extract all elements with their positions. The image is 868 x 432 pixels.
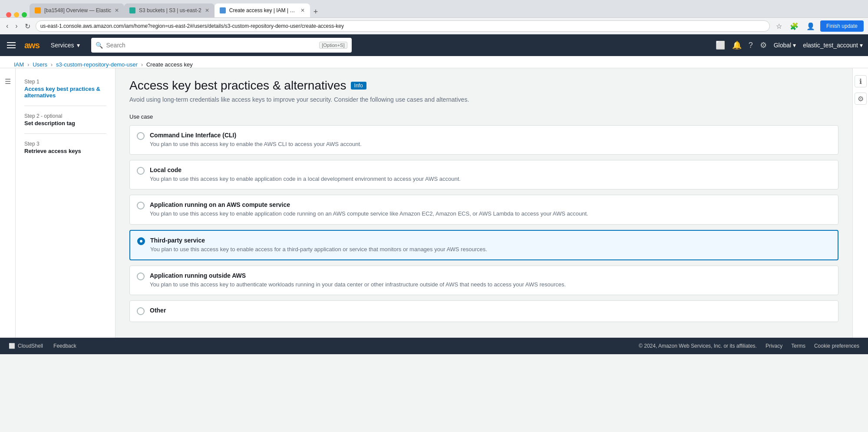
sidebar-step-1-label: Step 1 [24, 79, 106, 85]
tab-close-3[interactable]: ✕ [300, 7, 305, 13]
info-panel-icon[interactable]: ℹ [855, 75, 867, 87]
use-case-desc-outside: You plan to use this access key to authe… [150, 281, 566, 289]
finish-update-button[interactable]: Finish update [820, 20, 864, 32]
tab-label-2: S3 buckets | S3 | us-east-2 [139, 7, 201, 13]
tab-label-1: [ba1548] Overview — Elastic [44, 7, 111, 13]
use-case-desc-local: You plan to use this access key to enabl… [150, 175, 461, 183]
region-dropdown[interactable]: Global ▾ [774, 42, 796, 49]
sidebar-divider-1 [24, 106, 106, 106]
maximize-button[interactable] [22, 12, 27, 17]
breadcrumb-sep-1: › [27, 62, 29, 68]
radio-inner-third-party [140, 240, 142, 243]
use-case-title-local: Local code [150, 166, 461, 173]
services-menu[interactable]: Services ▾ [46, 40, 84, 50]
cloudshell-label: CloudShell [18, 343, 43, 349]
reload-button[interactable]: ↻ [23, 21, 32, 31]
cookie-preferences-link[interactable]: Cookie preferences [814, 343, 859, 349]
forward-button[interactable]: › [13, 21, 19, 31]
use-case-radio-third-party[interactable] [137, 237, 145, 245]
use-case-card-other[interactable]: Other [129, 300, 838, 322]
footer: ⬜ CloudShell Feedback © 2024, Amazon Web… [0, 338, 868, 354]
search-input[interactable] [106, 42, 316, 49]
help-icon[interactable]: ? [749, 41, 753, 50]
page-title: Access key best practices & alternatives… [129, 79, 838, 93]
footer-left: ⬜ CloudShell Feedback [9, 343, 76, 349]
hamburger-menu-icon[interactable] [5, 40, 17, 50]
use-case-radio-outside[interactable] [137, 272, 145, 280]
new-tab-button[interactable]: + [310, 6, 322, 17]
account-avatar[interactable]: 👤 [804, 21, 818, 31]
tab-close-1[interactable]: ✕ [115, 7, 119, 13]
use-case-title-other: Other [150, 307, 166, 314]
breadcrumb-iam[interactable]: IAM [14, 61, 24, 68]
cloudshell-button[interactable]: ⬜ CloudShell [9, 343, 43, 349]
sidebar-step-1: Step 1 Access key best practices & alter… [16, 75, 115, 102]
content-area: Access key best practices & alternatives… [116, 68, 852, 338]
use-case-card-compute[interactable]: Application running on an AWS compute se… [129, 195, 838, 224]
use-case-radio-cli[interactable] [137, 132, 145, 140]
sidebar-step-2-title[interactable]: Set description tag [24, 120, 106, 126]
settings-icon[interactable]: ⚙ [760, 40, 767, 50]
use-case-radio-local[interactable] [137, 167, 145, 175]
browser-tabs-bar: [ba1548] Overview — Elastic ✕ S3 buckets… [0, 0, 868, 17]
left-panel: ☰ [0, 68, 16, 338]
browser-tab-1[interactable]: [ba1548] Overview — Elastic ✕ [30, 3, 124, 17]
sidebar-step-2-label: Step 2 - optional [24, 113, 106, 119]
breadcrumb-users[interactable]: Users [33, 61, 47, 68]
tab-favicon-3 [220, 7, 226, 13]
use-case-card-cli-inner: Command Line Interface (CLI) You plan to… [130, 126, 838, 154]
use-case-desc-cli: You plan to use this access key to enabl… [150, 140, 362, 148]
use-case-title-cli: Command Line Interface (CLI) [150, 132, 362, 139]
use-case-card-outside[interactable]: Application running outside AWS You plan… [129, 266, 838, 295]
account-dropdown[interactable]: elastic_test_account ▾ [803, 42, 863, 49]
region-label: Global [774, 42, 791, 49]
close-button[interactable] [6, 12, 11, 17]
breadcrumb-sep-2: › [51, 62, 53, 68]
sidebar-step-3-label: Step 3 [24, 141, 106, 147]
browser-tab-3[interactable]: Create access key | IAM | Gl... ✕ [215, 3, 310, 17]
use-case-radio-compute[interactable] [137, 202, 145, 209]
left-panel-toggle-icon[interactable]: ☰ [2, 75, 14, 87]
use-case-content-local: Local code You plan to use this access k… [150, 166, 461, 183]
topnav-right: ⬜ 🔔 ? ⚙ Global ▾ elastic_test_account ▾ [716, 40, 863, 50]
use-case-radio-other[interactable] [137, 307, 145, 315]
search-bar[interactable]: 🔍 [Option+S] [91, 38, 352, 53]
page-subtitle: Avoid using long-term credentials like a… [129, 96, 838, 103]
hamburger-line-2 [7, 45, 16, 46]
use-case-content-third-party: Third-party service You plan to use this… [150, 237, 487, 253]
use-case-card-third-party[interactable]: Third-party service You plan to use this… [129, 230, 838, 260]
back-button[interactable]: ‹ [4, 21, 10, 31]
use-case-title-third-party: Third-party service [150, 237, 487, 244]
traffic-lights [3, 12, 30, 17]
breadcrumb: IAM › Users › s3-custom-repository-demo-… [0, 56, 868, 68]
breadcrumb-user-detail[interactable]: s3-custom-repository-demo-user [56, 61, 138, 68]
use-case-card-cli[interactable]: Command Line Interface (CLI) You plan to… [129, 125, 838, 155]
use-case-card-local-inner: Local code You plan to use this access k… [130, 160, 838, 189]
cloudshell-icon[interactable]: ⬜ [716, 40, 725, 50]
url-bar[interactable] [36, 20, 770, 32]
breadcrumb-nav: IAM › Users › s3-custom-repository-demo-… [0, 56, 868, 68]
notifications-icon[interactable]: 🔔 [732, 40, 742, 50]
info-badge[interactable]: Info [351, 82, 366, 90]
extensions-button[interactable]: 🧩 [787, 21, 801, 31]
sidebar-step-1-title[interactable]: Access key best practices & alternatives [24, 86, 106, 99]
privacy-link[interactable]: Privacy [766, 343, 782, 349]
tab-close-2[interactable]: ✕ [205, 7, 209, 13]
use-case-title-outside: Application running outside AWS [150, 272, 566, 279]
browser-tab-2[interactable]: S3 buckets | S3 | us-east-2 ✕ [124, 3, 215, 17]
browser-toolbar: ‹ › ↻ ☆ 🧩 👤 Finish update [0, 17, 868, 34]
use-case-card-local[interactable]: Local code You plan to use this access k… [129, 160, 838, 189]
settings-panel-icon[interactable]: ⚙ [855, 93, 867, 105]
breadcrumb-sep-3: › [141, 62, 143, 68]
hamburger-line-1 [7, 42, 16, 43]
hamburger-line-3 [7, 47, 16, 48]
right-panel: ℹ ⚙ [852, 68, 868, 338]
bookmark-button[interactable]: ☆ [773, 21, 785, 31]
use-case-content-outside: Application running outside AWS You plan… [150, 272, 566, 289]
terms-link[interactable]: Terms [791, 343, 805, 349]
feedback-link[interactable]: Feedback [53, 343, 76, 349]
breadcrumb-current: Create access key [146, 61, 193, 68]
minimize-button[interactable] [14, 12, 19, 17]
sidebar-step-2: Step 2 - optional Set description tag [16, 110, 115, 130]
sidebar-step-3-title[interactable]: Retrieve access keys [24, 148, 106, 154]
